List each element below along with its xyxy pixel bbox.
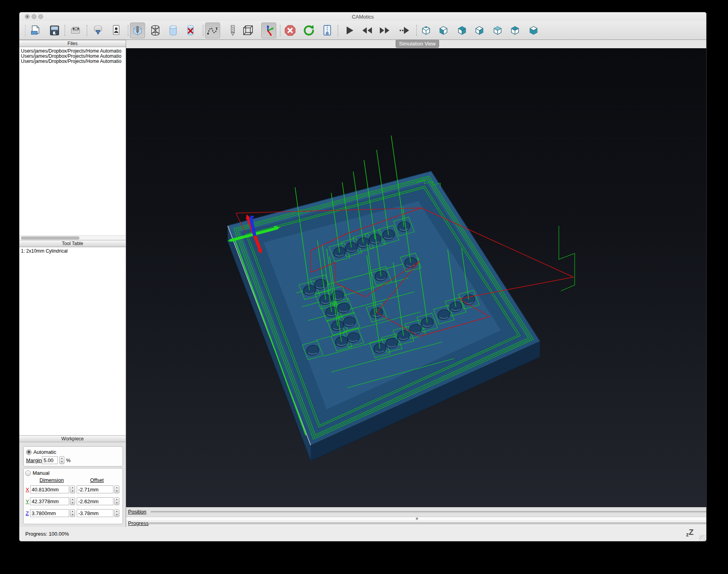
view-cube-front-icon xyxy=(438,25,449,36)
view-back-button[interactable] xyxy=(455,23,470,38)
export-button[interactable] xyxy=(91,23,106,38)
dimension-z-stepper[interactable]: ▲▼ xyxy=(70,509,75,517)
workpiece-panel-header: Workpiece xyxy=(19,435,126,442)
view-left-button[interactable] xyxy=(472,23,487,38)
reload-button[interactable] xyxy=(301,23,316,38)
automatic-group: Automatic Margin ▲▼ % xyxy=(23,446,123,466)
workpiece-delete-icon xyxy=(184,24,197,37)
view-isometric-button[interactable] xyxy=(419,23,434,38)
open-project-button[interactable] xyxy=(28,23,43,38)
workpiece-wireframe-icon xyxy=(149,24,162,37)
tool-table-header: Tool Table xyxy=(19,240,126,247)
simulation-viewport[interactable] xyxy=(126,48,707,507)
dimension-y-input[interactable] xyxy=(30,497,69,505)
resize-grip[interactable] xyxy=(699,535,705,541)
status-bar: Progress: 100.00% zZ xyxy=(19,527,706,542)
window-title: CAMotics xyxy=(19,14,706,20)
titlebar[interactable]: CAMotics xyxy=(19,12,706,21)
offset-y-stepper[interactable]: ▲▼ xyxy=(114,497,119,505)
offset-x-stepper[interactable]: ▲▼ xyxy=(114,485,119,493)
position-row: Position xyxy=(126,507,707,517)
axis-y-label: Y xyxy=(26,498,29,504)
file-item[interactable]: Users/james/Dropbox/Projects/Home Automa… xyxy=(19,59,126,64)
stop-icon xyxy=(284,24,296,37)
margin-unit: % xyxy=(66,457,71,463)
tool-table-list[interactable]: 1: 2x10mm Cylindrical xyxy=(19,247,126,435)
automatic-label: Automatic xyxy=(33,449,56,455)
files-horizontal-scrollbar[interactable] xyxy=(19,235,126,240)
progress-row: Progress xyxy=(126,520,707,527)
view-bottom-button[interactable] xyxy=(526,23,541,38)
files-panel-header: Files xyxy=(19,40,126,47)
scrollbar-thumb[interactable] xyxy=(21,236,79,240)
offset-header: Offset xyxy=(90,477,104,483)
toolbar-separator xyxy=(128,25,128,36)
show-toolpath-button[interactable] xyxy=(205,23,220,38)
position-label: Position xyxy=(128,509,146,515)
save-icon xyxy=(48,24,61,37)
bounding-box-icon xyxy=(241,24,254,37)
solid-workpiece-button[interactable] xyxy=(166,23,181,38)
files-list[interactable]: Users/james/Dropbox/Projects/Home Automa… xyxy=(19,47,126,235)
zip-file-icon xyxy=(321,24,334,37)
dimension-x-stepper[interactable]: ▲▼ xyxy=(70,485,75,493)
console-icon xyxy=(69,24,82,37)
margin-input[interactable] xyxy=(42,456,58,464)
axis-x-label: X xyxy=(26,487,29,493)
dimension-x-input[interactable] xyxy=(30,485,69,493)
automatic-radio[interactable] xyxy=(26,449,32,455)
wire-workpiece-button[interactable] xyxy=(148,23,163,38)
progress-status-text: Progress: 100.00% xyxy=(25,531,69,537)
rewind-icon xyxy=(361,25,373,36)
step-arrow-icon xyxy=(398,25,410,36)
tool-item[interactable]: 1: 2x10mm Cylindrical xyxy=(19,249,126,254)
fast-forward-button[interactable] xyxy=(377,23,392,38)
progress-slider-track[interactable] xyxy=(149,523,707,525)
offset-x-input[interactable] xyxy=(77,485,113,493)
position-tick xyxy=(416,517,418,520)
fast-forward-icon xyxy=(379,25,390,36)
simulation-view-tooltip: Simulation View xyxy=(396,40,439,48)
dimension-y-stepper[interactable]: ▲▼ xyxy=(70,497,75,505)
view-top-button[interactable] xyxy=(507,23,522,38)
offset-z-input[interactable] xyxy=(77,509,113,517)
export-surface-icon xyxy=(92,24,104,37)
offset-z-stepper[interactable]: ▲▼ xyxy=(114,509,119,517)
about-button[interactable] xyxy=(109,23,124,38)
view-front-button[interactable] xyxy=(436,23,451,38)
optimize-button[interactable] xyxy=(320,23,335,38)
save-project-button[interactable] xyxy=(47,23,62,38)
rewind-button[interactable] xyxy=(360,23,375,38)
workpiece-solid-icon xyxy=(167,24,179,37)
delete-workpiece-button[interactable] xyxy=(183,23,198,38)
progress-label: Progress xyxy=(128,520,149,526)
show-tool-button[interactable] xyxy=(225,23,240,38)
offset-y-input[interactable] xyxy=(77,497,113,505)
dimension-header: Dimension xyxy=(40,477,64,483)
tooltip-text: Simulation View xyxy=(399,41,436,47)
skip-to-end-button[interactable] xyxy=(397,23,412,38)
axis-z-label: Z xyxy=(26,510,29,516)
show-axes-button[interactable] xyxy=(261,23,276,38)
view-cube-back-icon xyxy=(456,25,468,36)
view-right-button[interactable] xyxy=(490,23,505,38)
reload-icon xyxy=(302,24,315,37)
workpiece-cube-icon xyxy=(131,24,144,37)
machine-idle-icon: zZ xyxy=(686,529,694,538)
manual-radio[interactable] xyxy=(25,470,31,476)
play-button[interactable] xyxy=(342,23,357,38)
toolbar-separator xyxy=(280,25,281,36)
desktop-background: CAMotics xyxy=(0,0,728,574)
settings-button[interactable] xyxy=(68,23,83,38)
position-slider-track[interactable] xyxy=(151,511,707,513)
workpiece-3d xyxy=(228,171,540,461)
open-file-icon xyxy=(29,24,42,37)
show-bounds-button[interactable] xyxy=(240,23,255,38)
toolbar-separator xyxy=(203,25,204,36)
stop-button[interactable] xyxy=(283,23,298,38)
drill-bit-icon xyxy=(226,24,239,37)
dimension-z-input[interactable] xyxy=(30,509,69,517)
view-cube-right-icon xyxy=(492,25,504,36)
margin-stepper[interactable]: ▲▼ xyxy=(59,456,64,464)
auto-workpiece-button[interactable] xyxy=(130,23,145,38)
